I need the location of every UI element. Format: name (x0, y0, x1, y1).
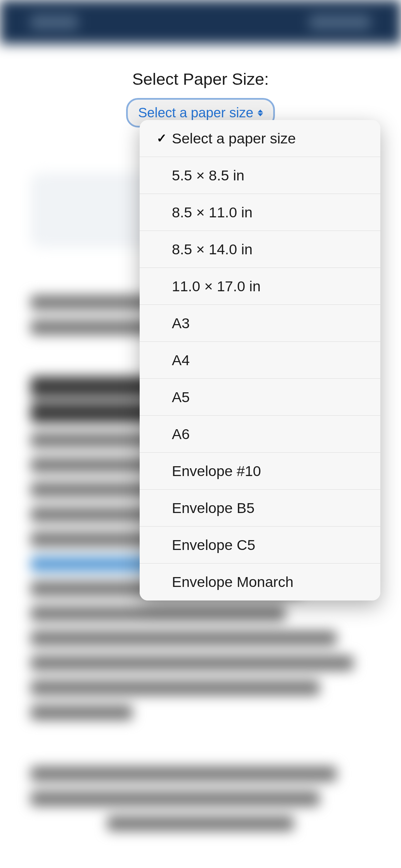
dropdown-option[interactable]: A5 (140, 379, 380, 416)
dropdown-option[interactable]: Envelope C5 (140, 527, 380, 564)
paper-size-label: Select Paper Size: (0, 70, 401, 88)
dropdown-option[interactable]: ✓ Select a paper size (140, 120, 380, 157)
dropdown-option-label: A5 (172, 389, 190, 406)
dropdown-option-label: 11.0 × 17.0 in (172, 278, 261, 295)
paper-size-dropdown: ✓ Select a paper size 5.5 × 8.5 in 8.5 ×… (140, 120, 380, 600)
dropdown-option[interactable]: Envelope B5 (140, 490, 380, 527)
dropdown-option[interactable]: 11.0 × 17.0 in (140, 268, 380, 305)
dropdown-option-label: A3 (172, 315, 190, 332)
dropdown-option[interactable]: A6 (140, 416, 380, 453)
dropdown-option[interactable]: 8.5 × 14.0 in (140, 231, 380, 268)
checkmark-icon: ✓ (157, 131, 167, 145)
dropdown-option-label: Envelope B5 (172, 500, 255, 516)
dropdown-option-label: Envelope Monarch (172, 574, 294, 590)
dropdown-option[interactable]: Envelope #10 (140, 453, 380, 490)
dropdown-option[interactable]: 8.5 × 11.0 in (140, 194, 380, 231)
dropdown-option[interactable]: A4 (140, 342, 380, 379)
dropdown-option-label: 8.5 × 14.0 in (172, 241, 253, 258)
dropdown-option-label: Envelope #10 (172, 463, 261, 479)
dropdown-option-label: Envelope C5 (172, 537, 255, 553)
dropdown-option-label: 8.5 × 11.0 in (172, 204, 253, 221)
dropdown-option[interactable]: 5.5 × 8.5 in (140, 157, 380, 194)
dropdown-option-label: A6 (172, 426, 190, 442)
updown-caret-icon (258, 110, 263, 116)
dropdown-option-label: Select a paper size (172, 130, 296, 147)
select-current-value: Select a paper size (138, 105, 253, 120)
dropdown-option[interactable]: A3 (140, 305, 380, 342)
dropdown-option-label: A4 (172, 352, 190, 369)
dropdown-option[interactable]: Envelope Monarch (140, 564, 380, 600)
dropdown-option-label: 5.5 × 8.5 in (172, 167, 244, 184)
